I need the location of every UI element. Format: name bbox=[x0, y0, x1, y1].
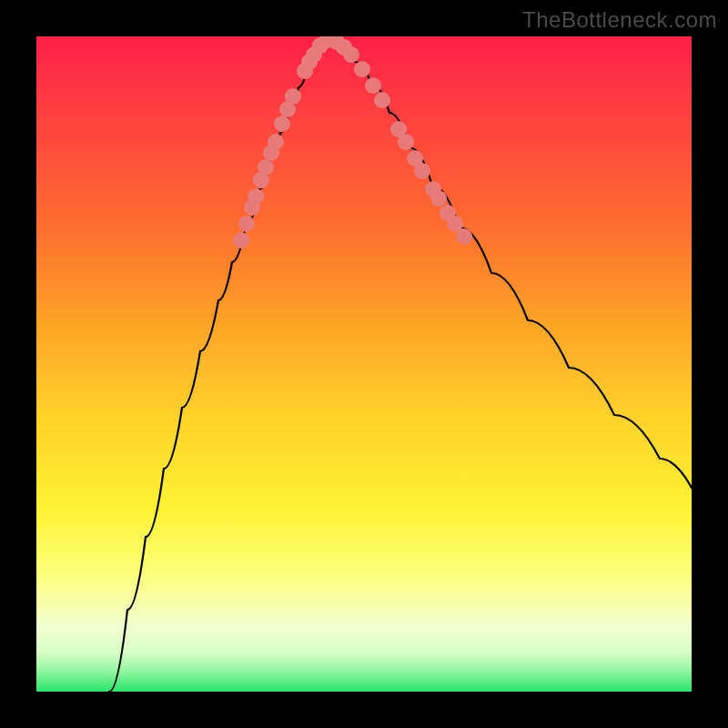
data-marker bbox=[430, 190, 447, 207]
data-marker bbox=[238, 216, 255, 232]
data-marker bbox=[365, 77, 381, 94]
data-marker bbox=[343, 46, 359, 63]
data-marker bbox=[285, 88, 301, 105]
data-marker bbox=[414, 163, 430, 179]
data-marker bbox=[274, 116, 290, 132]
marker-group bbox=[233, 36, 472, 248]
plot-area bbox=[36, 36, 692, 692]
left-curve bbox=[109, 38, 328, 692]
data-marker bbox=[374, 92, 390, 108]
watermark-text: TheBottleneck.com bbox=[522, 7, 717, 33]
data-marker bbox=[268, 134, 284, 150]
data-marker bbox=[233, 232, 249, 248]
data-marker bbox=[456, 228, 472, 245]
data-marker bbox=[398, 134, 414, 150]
chart-svg bbox=[36, 36, 692, 692]
chart-frame: TheBottleneck.com bbox=[0, 0, 728, 728]
data-marker bbox=[248, 188, 264, 205]
data-marker bbox=[354, 61, 370, 77]
data-marker bbox=[258, 159, 274, 176]
